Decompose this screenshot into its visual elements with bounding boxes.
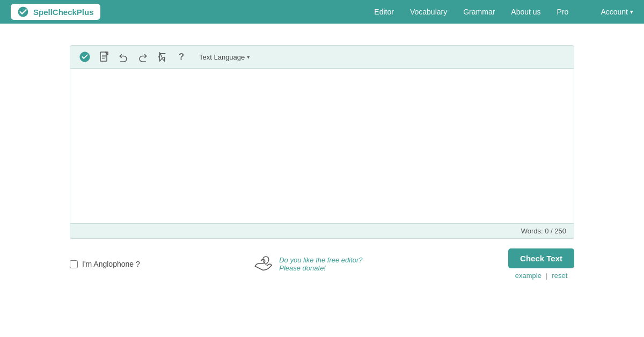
undo-icon[interactable] xyxy=(116,50,130,64)
check-links: example | reset xyxy=(515,272,567,280)
account-menu[interactable]: Account xyxy=(601,8,633,16)
main-content: ? Text Language Words: 0 / 250 I'm Anglo… xyxy=(0,24,644,296)
check-section: Check Text example | reset xyxy=(508,248,574,280)
new-document-icon[interactable] xyxy=(97,50,111,64)
checkmark-icon xyxy=(17,6,29,18)
link-separator: | xyxy=(546,272,547,280)
nav-item-editor[interactable]: Editor xyxy=(374,7,394,17)
text-language-dropdown[interactable]: Text Language xyxy=(199,53,250,61)
brand-logo[interactable]: SpellCheckPlus xyxy=(11,4,100,20)
donate-section[interactable]: Do you like the free editor? Please dona… xyxy=(253,253,362,276)
svg-point-0 xyxy=(18,6,28,17)
nav-item-grammar[interactable]: Grammar xyxy=(463,7,495,17)
help-icon[interactable]: ? xyxy=(174,50,188,64)
word-count: Words: 0 / 250 xyxy=(521,227,566,235)
check-text-button[interactable]: Check Text xyxy=(508,248,574,268)
spellcheck-icon[interactable] xyxy=(78,50,92,64)
navbar: SpellCheckPlus Editor Vocabulary Grammar… xyxy=(0,0,644,24)
nav-links: Editor Vocabulary Grammar About us Pro xyxy=(374,7,568,17)
nav-item-pro[interactable]: Pro xyxy=(557,7,569,17)
bottom-bar: I'm Anglophone ? Do you like the free ed… xyxy=(70,248,574,280)
donate-text: Do you like the free editor? Please dona… xyxy=(279,256,362,272)
nav-item-vocabulary[interactable]: Vocabulary xyxy=(410,7,447,17)
redo-icon[interactable] xyxy=(136,50,150,64)
editor-container: ? Text Language Words: 0 / 250 xyxy=(70,45,574,239)
anglophone-section: I'm Anglophone ? xyxy=(70,260,140,268)
cursor-icon[interactable] xyxy=(155,50,169,64)
donate-line2: Please donate! xyxy=(279,264,362,272)
donate-line1: Do you like the free editor? xyxy=(279,256,362,264)
editor-toolbar: ? Text Language xyxy=(70,46,574,69)
nav-item-about-us[interactable]: About us xyxy=(511,7,540,17)
anglophone-checkbox[interactable] xyxy=(70,260,78,268)
brand-name: SpellCheckPlus xyxy=(33,8,94,17)
editor-footer: Words: 0 / 250 xyxy=(70,223,574,238)
editor-textarea[interactable] xyxy=(78,75,566,215)
reset-link[interactable]: reset xyxy=(552,272,567,280)
editor-textarea-wrapper xyxy=(70,69,574,223)
anglophone-label: I'm Anglophone ? xyxy=(82,260,140,268)
donate-icon xyxy=(253,253,273,276)
example-link[interactable]: example xyxy=(515,272,541,280)
